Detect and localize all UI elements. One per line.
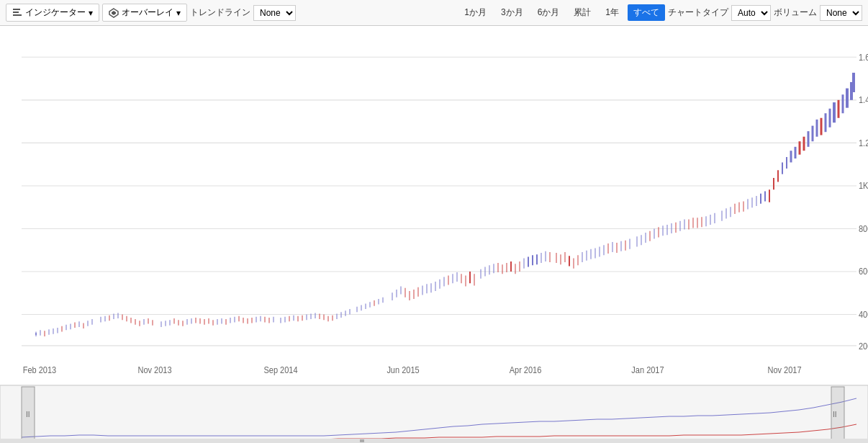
overlay-label: オーバーレイ — [122, 6, 173, 19]
svg-rect-2 — [13, 9, 20, 10]
time-3m-label: 3か月 — [501, 7, 523, 17]
mini-chart[interactable]: II II — [0, 385, 868, 443]
svg-rect-202 — [0, 439, 868, 443]
time-all-button[interactable]: すべて — [628, 4, 665, 21]
svg-rect-0 — [13, 14, 22, 16]
candles-2013-early — [36, 319, 92, 336]
main-chart-svg: 1.6K 1.4K 1.2K 1K 800 600 400 200 Feb 20… — [0, 26, 868, 385]
main-chart[interactable]: 1.6K 1.4K 1.2K 1K 800 600 400 200 Feb 20… — [0, 26, 868, 385]
x-label-feb2013: Feb 2013 — [23, 365, 56, 374]
y-label-1200: 1.2K — [859, 138, 868, 147]
overlay-icon — [109, 8, 119, 18]
candles-2013-late — [161, 316, 273, 327]
svg-rect-1 — [13, 12, 19, 13]
x-label-nov2013: Nov 2013 — [137, 365, 171, 374]
x-label-jun2015: Jun 2015 — [386, 365, 419, 374]
time-1y-label: 1年 — [605, 7, 619, 17]
time-6m-button[interactable]: 6か月 — [532, 4, 566, 21]
time-1y-button[interactable]: 1年 — [600, 4, 625, 21]
toolbar: インジケーター ▾ オーバーレイ ▾ トレンドライン None 1か月 3か月 … — [0, 0, 868, 26]
candles-2015 — [392, 272, 474, 300]
time-all-label: すべて — [633, 7, 659, 17]
volume-select-wrapper: None — [820, 5, 862, 21]
candles-2017 — [722, 73, 854, 221]
chart-container: 1.6K 1.4K 1.2K 1K 800 600 400 200 Feb 20… — [0, 26, 868, 443]
time-3m-button[interactable]: 3か月 — [495, 4, 529, 21]
x-label-apr2016: Apr 2016 — [510, 365, 542, 374]
candles-2014-2015 — [357, 297, 383, 313]
y-label-1400: 1.4K — [859, 96, 868, 104]
svg-marker-4 — [112, 11, 116, 15]
chart-type-select[interactable]: Auto — [731, 5, 771, 21]
chart-type-label: チャートタイプ — [668, 6, 728, 19]
y-label-600: 600 — [859, 267, 868, 276]
y-label-1000: 1K — [859, 182, 868, 190]
candles-2013-mid — [101, 313, 153, 326]
time-6m-label: 6か月 — [538, 7, 560, 17]
overlay-button[interactable]: オーバーレイ ▾ — [102, 4, 187, 22]
time-1m-button[interactable]: 1か月 — [458, 4, 492, 21]
trendline-select[interactable]: None — [253, 5, 296, 21]
y-label-400: 400 — [859, 310, 868, 319]
time-ytd-label: 累計 — [574, 7, 591, 17]
x-label-sep2014: Sep 2014 — [263, 365, 298, 374]
indicator-icon — [12, 8, 22, 18]
mini-left-handle[interactable]: II — [26, 411, 30, 419]
mini-chart-svg: II II — [0, 385, 868, 443]
time-ytd-button[interactable]: 累計 — [568, 4, 597, 21]
x-label-jan2017: Jan 2017 — [631, 365, 664, 374]
y-label-800: 800 — [859, 224, 868, 233]
indicator-label: インジケーター — [25, 6, 86, 19]
svg-rect-203 — [360, 439, 364, 442]
trendline-label: トレンドライン — [190, 6, 250, 19]
indicator-button[interactable]: インジケーター ▾ — [6, 4, 99, 22]
volume-select[interactable]: None — [820, 5, 862, 21]
volume-label: ボリューム — [774, 6, 817, 19]
trendline-select-wrapper: None — [253, 5, 296, 21]
x-label-nov2017: Nov 2017 — [767, 365, 801, 374]
mini-right-handle[interactable]: II — [833, 411, 837, 419]
y-label-1600: 1.6K — [859, 53, 868, 61]
y-label-200: 200 — [859, 342, 868, 351]
indicator-chevron: ▾ — [89, 8, 93, 18]
chart-type-select-wrapper: Auto — [731, 5, 771, 21]
candles-2016 — [556, 239, 630, 269]
candles-2016-2017 — [637, 213, 715, 247]
candles-2014 — [281, 309, 350, 323]
candles-2015-2016 — [481, 251, 550, 279]
overlay-chevron: ▾ — [176, 8, 181, 18]
time-1m-label: 1か月 — [464, 7, 487, 17]
